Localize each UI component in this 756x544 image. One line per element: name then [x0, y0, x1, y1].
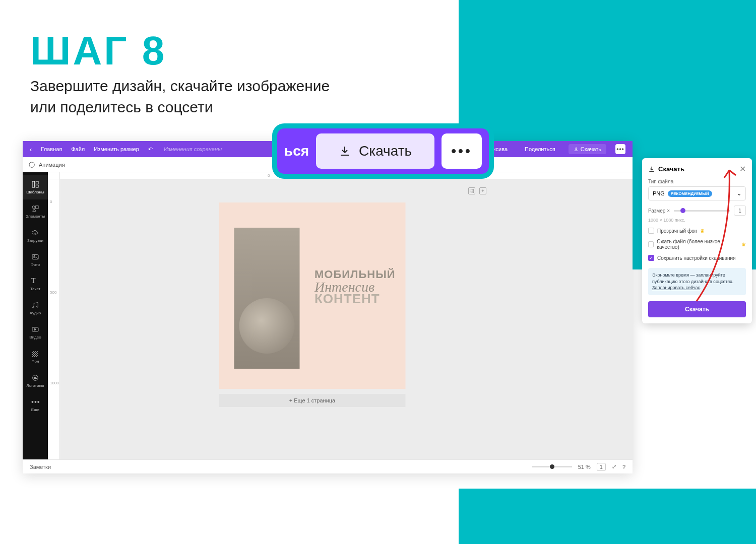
teal-decor-bottom	[459, 489, 756, 544]
size-value[interactable]: 1	[734, 206, 746, 216]
recommended-badge: РЕКОМЕНДУЕМЫЙ	[668, 190, 712, 197]
compress-checkbox[interactable]: Сжать файл (более низкое качество) ♛	[648, 239, 746, 250]
zoom-value: 51 %	[578, 464, 591, 470]
share-button[interactable]: Поделиться	[521, 144, 559, 154]
step-title: ШАГ 8	[30, 28, 166, 74]
add-page-bar[interactable]: + Еще 1 страница	[219, 394, 406, 407]
callout-more-button[interactable]: •••	[442, 133, 482, 169]
templates-icon	[31, 180, 39, 188]
svg-point-7	[33, 307, 34, 308]
zoom-slider[interactable]	[532, 466, 572, 467]
callout-share-fragment: ься	[284, 143, 309, 159]
subtitle-line-1: Завершите дизайн, скачайте изображение	[30, 76, 330, 97]
file-menu[interactable]: Файл	[71, 146, 85, 152]
anim-label[interactable]: Анимация	[39, 162, 65, 168]
design-photo	[234, 228, 300, 369]
crown-icon: ♛	[741, 242, 746, 247]
download-button[interactable]: Скачать	[569, 144, 606, 154]
photo-icon	[31, 253, 39, 261]
text-icon: T	[31, 277, 39, 285]
save-status: Изменения сохранены	[164, 146, 222, 152]
svg-point-8	[37, 306, 38, 307]
add-page-icon[interactable]: +	[479, 187, 486, 194]
svg-text:co.: co.	[34, 377, 37, 379]
page-action-icons: ⿻ +	[468, 187, 486, 194]
home-link[interactable]: Главная	[41, 146, 62, 152]
sidebar-item-elements[interactable]: Элементы	[23, 199, 48, 224]
schedule-link[interactable]: Запланировать сейчас	[652, 285, 700, 290]
duplicate-page-icon[interactable]: ⿻	[468, 187, 475, 194]
download-confirm-button[interactable]: Скачать	[648, 301, 746, 317]
editor-body: Шаблоны Элементы Загрузки Фото T Текст А…	[23, 172, 633, 459]
svg-rect-2	[36, 185, 38, 187]
design-text-block: МОБИЛЬНЫЙ Интенсив КОНТЕНТ	[314, 268, 396, 307]
size-slider[interactable]	[674, 210, 730, 212]
back-button[interactable]: ‹	[30, 146, 32, 153]
sidebar-item-text[interactable]: T Текст	[23, 272, 48, 296]
svg-rect-1	[36, 181, 38, 184]
chevron-down-icon: ⌄	[737, 190, 741, 197]
editor-window: ‹ Главная Файл Изменить размер ↶ Изменен…	[23, 141, 633, 473]
help-icon[interactable]: ?	[622, 464, 625, 470]
callout-download-label: Скачать	[359, 143, 412, 159]
save-settings-checkbox[interactable]: ✓ Сохранить настройки скачивания	[648, 255, 746, 261]
crown-icon: ♛	[700, 228, 705, 234]
more-button[interactable]: •••	[615, 144, 625, 154]
design-canvas[interactable]: МОБИЛЬНЫЙ Интенсив КОНТЕНТ	[219, 202, 406, 389]
panel-title: Скачать	[658, 165, 684, 173]
cloud-icon	[31, 229, 39, 237]
resize-menu[interactable]: Изменить размер	[94, 146, 139, 152]
download-icon	[574, 147, 579, 152]
sidebar-item-background[interactable]: Фон	[23, 345, 48, 369]
step-subtitle: Завершите дизайн, скачайте изображение и…	[30, 76, 330, 118]
sidebar-item-audio[interactable]: Аудио	[23, 296, 48, 320]
status-bar: Заметки 51 % 1 ⤢ ?	[23, 459, 633, 473]
anim-icon: ◯	[29, 161, 35, 168]
close-icon[interactable]: ✕	[739, 164, 746, 174]
audio-icon	[31, 301, 39, 309]
canvas-area[interactable]: 0 500 0 500 1000 ⿻ + МОБИЛЬНЫЙ Интенсив	[48, 172, 633, 459]
page-count[interactable]: 1	[597, 463, 606, 471]
sidebar-item-video[interactable]: Видео	[23, 320, 48, 345]
hatch-icon	[31, 350, 39, 358]
notes-button[interactable]: Заметки	[30, 464, 51, 470]
sidebar-item-uploads[interactable]: Загрузки	[23, 224, 48, 248]
dimensions-text: 1080 × 1080 пикс.	[648, 218, 746, 223]
ruler-corner	[48, 172, 60, 179]
file-type-label: Тип файла	[648, 179, 746, 184]
download-icon	[339, 145, 351, 157]
video-icon	[31, 325, 39, 333]
design-line-3: КОНТЕНТ	[314, 291, 396, 307]
svg-point-3	[32, 206, 35, 209]
svg-rect-0	[32, 181, 35, 187]
sidebar-item-logos[interactable]: co. Логотипы	[23, 369, 48, 393]
fullscreen-icon[interactable]: ⤢	[612, 463, 616, 470]
size-label: Размер ×	[648, 208, 670, 214]
download-icon	[648, 166, 655, 173]
left-sidebar: Шаблоны Элементы Загрузки Фото T Текст А…	[23, 172, 48, 459]
ruler-vertical: 0 500 1000	[48, 179, 60, 459]
sidebar-item-templates[interactable]: Шаблоны	[23, 175, 48, 199]
download-panel: Скачать ✕ Тип файла PNG РЕКОМЕНДУЕМЫЙ ⌄ …	[642, 158, 752, 323]
file-type-select[interactable]: PNG РЕКОМЕНДУЕМЫЙ ⌄	[648, 186, 746, 200]
callout-download-button[interactable]: Скачать	[316, 133, 434, 169]
subtitle-line-2: или поделитесь в соцсети	[30, 97, 330, 118]
elements-icon	[31, 205, 39, 213]
sidebar-item-photo[interactable]: Фото	[23, 248, 48, 272]
design-mirror-circle	[239, 298, 295, 354]
undo-button[interactable]: ↶	[148, 146, 153, 153]
schedule-info: Экономьте время — запланируйте публикаци…	[648, 268, 746, 295]
sidebar-item-more[interactable]: ••• Еще	[23, 393, 48, 417]
download-callout: ься Скачать •••	[272, 123, 494, 179]
logo-icon: co.	[31, 374, 39, 382]
svg-rect-4	[36, 206, 38, 209]
more-icon: •••	[31, 398, 39, 406]
transparent-checkbox[interactable]: Прозрачный фон ♛	[648, 228, 746, 234]
